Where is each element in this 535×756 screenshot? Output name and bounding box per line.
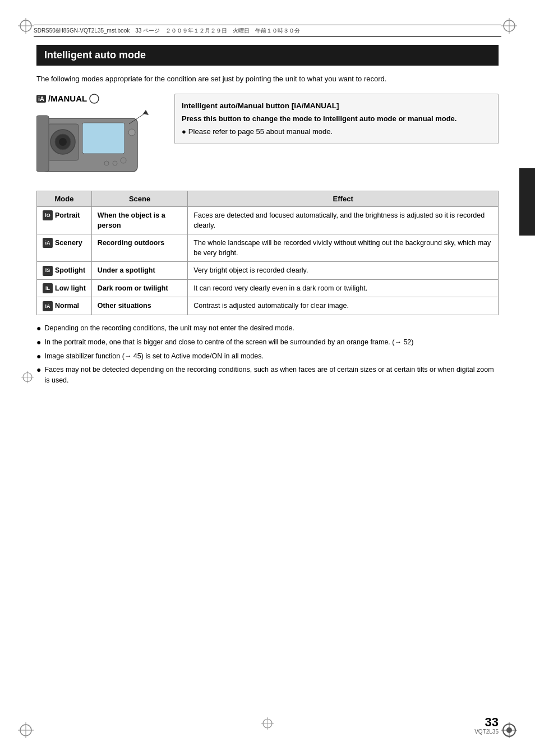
oval-icon <box>89 94 99 104</box>
note-item-0: ●Depending on the recording conditions, … <box>36 323 499 334</box>
cell-mode-0: iOPortrait <box>37 206 92 234</box>
table-row: iOPortraitWhen the object is a personFac… <box>37 206 499 234</box>
corner-mark-tr <box>501 18 517 34</box>
bullet-dot: ● <box>182 127 186 136</box>
file-info: SDRS50&H85GN-VQT2L35_mst.book 33 ページ ２００… <box>34 27 300 35</box>
cell-mode-3: iLLow light <box>37 279 92 297</box>
intro-text: The following modes appropriate for the … <box>36 73 499 85</box>
info-box-bold: Press this button to change the mode to … <box>182 114 491 124</box>
note-text-2: Image stabilizer function (→ 45) is set … <box>44 351 263 362</box>
note-text-0: Depending on the recording conditions, t… <box>44 323 294 334</box>
cell-effect-3: It can record very clearly even in a dar… <box>188 279 499 297</box>
svg-point-21 <box>121 158 126 163</box>
cell-effect-1: The whole landscape will be recorded viv… <box>188 234 499 261</box>
svg-point-20 <box>128 129 135 136</box>
table-row: iASceneryRecording outdoorsThe whole lan… <box>37 234 499 261</box>
mode-icon-4: iA <box>43 301 53 311</box>
note-bullet-2: ● <box>36 351 41 362</box>
note-item-3: ●Faces may not be detected depending on … <box>36 365 499 386</box>
header-bar: SDRS50&H85GN-VQT2L35_mst.book 33 ページ ２００… <box>34 25 501 37</box>
page-title: Intelligent auto mode <box>36 45 499 66</box>
cell-effect-2: Very bright object is recorded clearly. <box>188 262 499 280</box>
note-bullet-1: ● <box>36 337 41 348</box>
ia-icon: iA <box>36 95 46 103</box>
table-row: iANormalOther situationsContrast is adju… <box>37 297 499 315</box>
cell-mode-1: iAScenery <box>37 234 92 261</box>
svg-point-22 <box>113 161 117 165</box>
cell-scene-3: Dark room or twilight <box>91 279 187 297</box>
cell-effect-0: Faces are detected and focused automatic… <box>188 206 499 234</box>
info-box-title: Intelligent auto/Manual button [iA/MANUA… <box>182 101 491 111</box>
right-tab <box>519 168 535 236</box>
modes-table: Mode Scene Effect iOPortraitWhen the obj… <box>36 191 499 316</box>
manual-text: /MANUAL <box>48 94 87 103</box>
camera-section: iA /MANUAL <box>36 94 499 182</box>
page-number-block: 33 VQT2L35 <box>474 716 499 735</box>
cell-mode-4: iANormal <box>37 297 92 315</box>
main-content: Intelligent auto mode The following mode… <box>36 45 499 722</box>
info-box: Intelligent auto/Manual button [iA/MANUA… <box>174 94 499 145</box>
ia-manual-label: iA /MANUAL <box>36 94 165 104</box>
note-text-3: Faces may not be detected depending on t… <box>44 365 499 386</box>
cell-scene-2: Under a spotlight <box>91 262 187 280</box>
svg-rect-19 <box>82 123 124 154</box>
mode-icon-3: iL <box>43 283 53 293</box>
camera-image-area: iA /MANUAL <box>36 94 165 182</box>
mode-icon-1: iA <box>43 238 53 248</box>
bottom-center-mark <box>261 717 274 731</box>
note-text-1: In the portrait mode, one that is bigger… <box>44 337 413 348</box>
mode-icon-2: iS <box>43 266 53 276</box>
table-row: iSSpotlightUnder a spotlightVery bright … <box>37 262 499 280</box>
col-mode: Mode <box>37 191 92 206</box>
svg-point-13 <box>90 94 99 103</box>
svg-rect-24 <box>36 116 49 172</box>
note-bullet-3: ● <box>36 365 41 386</box>
info-box-bullet-text: Please refer to page 55 about manual mod… <box>188 127 333 136</box>
camera-illustration <box>36 107 149 180</box>
svg-point-23 <box>104 161 109 165</box>
cell-mode-2: iSSpotlight <box>37 262 92 280</box>
corner-mark-tl <box>18 18 34 34</box>
page-num-sub: VQT2L35 <box>474 729 499 735</box>
svg-point-18 <box>59 138 67 146</box>
page-num-large: 33 <box>474 716 499 729</box>
cell-scene-1: Recording outdoors <box>91 234 187 261</box>
corner-mark-br <box>501 722 517 738</box>
info-box-bullet: ● Please refer to page 55 about manual m… <box>182 127 491 136</box>
cell-effect-4: Contrast is adjusted automatically for c… <box>188 297 499 315</box>
table-row: iLLow lightDark room or twilightIt can r… <box>37 279 499 297</box>
cell-scene-0: When the object is a person <box>91 206 187 234</box>
col-scene: Scene <box>91 191 187 206</box>
col-effect: Effect <box>188 191 499 206</box>
note-item-2: ●Image stabilizer function (→ 45) is set… <box>36 351 499 362</box>
note-bullet-0: ● <box>36 323 41 334</box>
notes-section: ●Depending on the recording conditions, … <box>36 323 499 386</box>
left-center-mark <box>21 371 34 385</box>
corner-mark-bl <box>18 722 34 738</box>
mode-icon-0: iO <box>43 210 53 220</box>
cell-scene-4: Other situations <box>91 297 187 315</box>
note-item-1: ●In the portrait mode, one that is bigge… <box>36 337 499 348</box>
